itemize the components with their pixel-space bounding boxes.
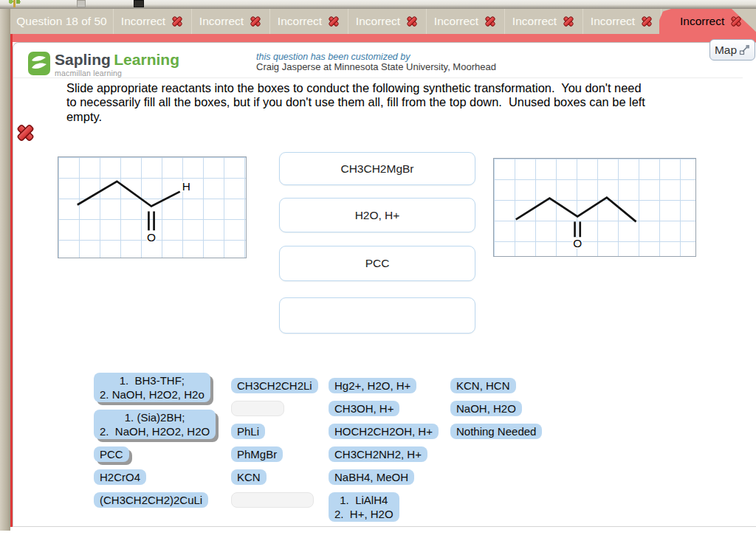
toolbar-icon bbox=[134, 0, 144, 7]
question-text-line: empty. bbox=[66, 110, 749, 124]
incorrect-x-icon bbox=[729, 15, 743, 27]
reagent-column-4: KCN, HCNNaOH, H2ONothing Needed bbox=[450, 378, 542, 439]
incorrect-x-icon bbox=[249, 15, 262, 27]
tab-label: Incorrect bbox=[199, 15, 244, 28]
brand-primary: Sapling bbox=[55, 51, 111, 68]
brand-secondary: Learning bbox=[114, 51, 179, 68]
reagent-chip[interactable]: Nothing Needed bbox=[450, 424, 542, 439]
tab-label: Incorrect bbox=[680, 15, 724, 28]
atom-label-o: O bbox=[573, 237, 582, 249]
empty-chip-slot[interactable] bbox=[231, 401, 284, 416]
question-text-line: to necessarily fill all the boxes, but i… bbox=[66, 95, 749, 109]
tab-label: Incorrect bbox=[278, 15, 322, 28]
reagent-chip[interactable]: KCN bbox=[231, 469, 267, 485]
answer-slot-1[interactable]: CH3CH2MgBr bbox=[279, 152, 475, 185]
hexanone-structure: O bbox=[494, 159, 695, 257]
reagent-column-2: CH3CH2CH2LiPhLiPhMgBrKCN bbox=[231, 378, 318, 508]
customized-note-line1: this question has been customized by bbox=[256, 52, 496, 62]
reagent-chip[interactable]: CH3CH2CH2Li bbox=[231, 378, 318, 393]
panel-top-border bbox=[10, 34, 756, 42]
tab-incorrect[interactable]: Incorrect bbox=[114, 9, 192, 34]
question-text-line: Slide appropriate reactants into the box… bbox=[66, 81, 749, 95]
screenshot-root: Question 18 of 50IncorrectIncorrectIncor… bbox=[0, 0, 756, 538]
answer-slot-4[interactable] bbox=[279, 297, 475, 334]
propanal-structure: H O bbox=[58, 157, 246, 258]
left-margin-strip bbox=[0, 9, 10, 531]
tab-question-counter[interactable]: Question 18 of 50 bbox=[10, 9, 114, 34]
tab-incorrect[interactable]: Incorrect bbox=[348, 9, 427, 34]
incorrect-x-icon bbox=[640, 15, 653, 27]
reagent-chip[interactable]: HOCH2CH2OH, H+ bbox=[329, 424, 439, 439]
customized-note: this question has been customized by Cra… bbox=[256, 52, 496, 73]
tab-label: Incorrect bbox=[121, 15, 165, 28]
customized-note-line2: Craig Jasperse at Minnesota State Univer… bbox=[256, 62, 496, 73]
incorrect-x-icon bbox=[171, 15, 184, 27]
map-icon bbox=[739, 44, 750, 55]
reagent-chip[interactable]: PhLi bbox=[231, 424, 265, 439]
reagent-chip[interactable]: H2CrO4 bbox=[94, 469, 146, 485]
reagent-chip[interactable]: Hg2+, H2O, H+ bbox=[329, 378, 416, 393]
reagent-chip[interactable]: 1. BH3-THF; 2. NaOH, H2O2, H2o bbox=[94, 373, 210, 402]
tab-label: Incorrect bbox=[591, 15, 635, 28]
reagent-chip[interactable]: CH3CH2NH2, H+ bbox=[329, 446, 427, 462]
atom-label-o: O bbox=[147, 231, 156, 244]
start-structure-box: H O bbox=[58, 156, 247, 258]
tab-label: Incorrect bbox=[512, 15, 557, 28]
reagent-chip[interactable]: 1. LiAlH4 2. H+, H2O bbox=[329, 492, 399, 522]
reagent-chip[interactable]: 1. (Sia)2BH; 2. NaOH, H2O2, H2O bbox=[94, 410, 216, 439]
tab-incorrect[interactable]: Incorrect bbox=[192, 9, 270, 34]
brand-wordmark: Sapling Learning macmillan learning bbox=[55, 52, 179, 77]
tab-label: Incorrect bbox=[434, 15, 478, 28]
reagent-chip[interactable]: PhMgBr bbox=[231, 446, 283, 462]
question-text: Slide appropriate reactants into the box… bbox=[66, 81, 749, 124]
tab-label: Incorrect bbox=[356, 15, 400, 28]
incorrect-x-icon bbox=[562, 15, 575, 27]
browser-toolbar-fragment bbox=[0, 0, 756, 9]
tab-incorrect-active[interactable]: Incorrect bbox=[659, 9, 756, 34]
answer-slot-value: PCC bbox=[365, 257, 390, 270]
tab-incorrect[interactable]: Incorrect bbox=[583, 9, 662, 34]
header-divider bbox=[13, 77, 743, 78]
incorrect-x-icon bbox=[405, 15, 419, 27]
brand-subtitle: macmillan learning bbox=[55, 69, 179, 77]
toolbar-icon bbox=[77, 0, 86, 7]
tab-incorrect[interactable]: Incorrect bbox=[270, 9, 348, 34]
incorrect-status-icon bbox=[16, 123, 35, 142]
answer-slot-3[interactable]: PCC bbox=[279, 246, 475, 281]
reagent-bank: 1. BH3-THF; 2. NaOH, H2O2, H2o1. (Sia)2B… bbox=[94, 373, 566, 531]
map-button[interactable]: Map bbox=[709, 39, 755, 61]
answer-slot-2[interactable]: H2O, H+ bbox=[279, 198, 475, 232]
reagent-column-1: 1. BH3-THF; 2. NaOH, H2O2, H2o1. (Sia)2B… bbox=[94, 373, 216, 508]
answer-slot-value: H2O, H+ bbox=[355, 209, 400, 222]
reagent-chip[interactable]: (CH3CH2CH2)2CuLi bbox=[94, 492, 208, 508]
empty-chip-slot[interactable] bbox=[231, 492, 314, 508]
atom-label-h: H bbox=[182, 180, 190, 193]
reagent-chip[interactable]: KCN, HCN bbox=[450, 378, 516, 393]
product-structure-box: O bbox=[493, 158, 696, 257]
reagent-chip[interactable]: PCC bbox=[94, 446, 129, 462]
tab-incorrect[interactable]: Incorrect bbox=[427, 9, 505, 34]
tab-strip: Question 18 of 50IncorrectIncorrectIncor… bbox=[0, 9, 756, 34]
answer-slots: CH3CH2MgBrH2O, H+PCC bbox=[279, 152, 475, 334]
tab-incorrect[interactable]: Incorrect bbox=[505, 9, 583, 34]
reagent-chip[interactable]: NaBH4, MeOH bbox=[329, 469, 414, 485]
sapling-logo-icon bbox=[28, 52, 50, 75]
reagent-chip[interactable]: CH3OH, H+ bbox=[329, 401, 399, 416]
reagent-chip[interactable]: NaOH, H2O bbox=[450, 401, 522, 416]
reagent-column-3: Hg2+, H2O, H+CH3OH, H+HOCH2CH2OH, H+CH3C… bbox=[329, 378, 439, 522]
map-button-label: Map bbox=[715, 44, 737, 57]
answer-slot-value: CH3CH2MgBr bbox=[340, 162, 413, 176]
toolbar-plant-icon bbox=[6, 0, 22, 7]
incorrect-x-icon bbox=[327, 15, 340, 27]
incorrect-x-icon bbox=[484, 15, 497, 27]
tab-label: Question 18 of 50 bbox=[16, 15, 106, 28]
